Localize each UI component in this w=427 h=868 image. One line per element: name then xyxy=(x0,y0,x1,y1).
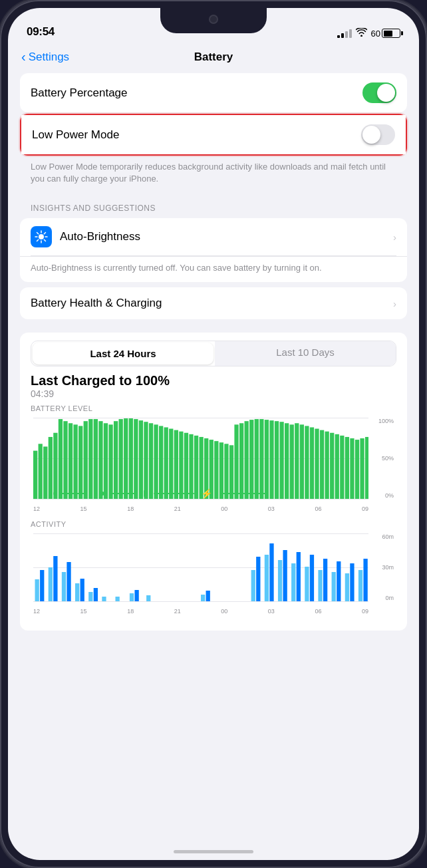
svg-rect-16 xyxy=(69,423,72,499)
toggle-thumb-low-power xyxy=(362,126,380,144)
act-y-30: 30m xyxy=(382,564,394,571)
charts-wrapper: Last 24 Hours Last 10 Days Last Charged … xyxy=(20,333,407,631)
svg-rect-107 xyxy=(345,573,349,601)
insights-header: INSIGHTS AND SUGGESTIONS xyxy=(20,193,407,218)
svg-rect-99 xyxy=(291,563,295,601)
dynamic-island xyxy=(160,8,267,33)
svg-rect-28 xyxy=(129,418,133,499)
wifi-icon xyxy=(356,28,367,39)
svg-rect-63 xyxy=(305,426,309,499)
content-area[interactable]: ‹ Settings Battery Battery Percentage xyxy=(8,44,419,860)
svg-rect-59 xyxy=(285,423,289,499)
x-label-09: 09 xyxy=(362,506,368,512)
x-label-12: 12 xyxy=(33,506,40,512)
auto-brightness-card: Auto-Brightness › Auto-Brightness is cur… xyxy=(20,218,407,282)
battery-health-label: Battery Health & Charging xyxy=(31,297,162,310)
page-title: Battery xyxy=(194,51,233,64)
x-label-15: 15 xyxy=(80,506,87,512)
svg-rect-89 xyxy=(134,590,138,601)
x-label-18: 18 xyxy=(127,506,134,512)
svg-line-5 xyxy=(37,233,39,234)
x-label-03: 03 xyxy=(268,506,275,512)
svg-rect-67 xyxy=(325,432,329,499)
signal-icon xyxy=(337,29,352,38)
svg-rect-94 xyxy=(256,557,260,601)
y-label-50: 50% xyxy=(382,455,394,462)
act-y-0: 0m xyxy=(385,595,394,601)
svg-rect-86 xyxy=(102,597,106,601)
svg-rect-51 xyxy=(245,421,249,499)
status-icons: 60 xyxy=(337,28,400,39)
svg-rect-62 xyxy=(300,424,304,499)
act-x-09: 09 xyxy=(362,608,368,615)
svg-rect-93 xyxy=(251,570,255,601)
svg-rect-57 xyxy=(275,421,279,499)
x-label-00: 00 xyxy=(221,506,227,512)
svg-rect-109 xyxy=(358,570,362,601)
svg-rect-110 xyxy=(363,559,367,601)
activity-chart-section: ACTIVITY 60m 30m xyxy=(31,520,396,617)
act-x-03: 03 xyxy=(268,608,275,615)
x-label-21: 21 xyxy=(174,506,181,512)
battery-bars-svg xyxy=(33,418,368,499)
svg-rect-64 xyxy=(310,428,314,500)
svg-rect-87 xyxy=(115,597,119,601)
low-power-mode-row: Low Power Mode xyxy=(21,115,406,154)
settings-content: Battery Percentage Low Power Mode xyxy=(8,73,419,657)
svg-rect-26 xyxy=(119,419,123,499)
act-x-12: 12 xyxy=(33,608,40,615)
svg-rect-104 xyxy=(323,559,327,601)
svg-rect-85 xyxy=(94,588,98,601)
battery-health-card: Battery Health & Charging › xyxy=(20,287,407,319)
svg-rect-34 xyxy=(159,426,163,499)
svg-rect-29 xyxy=(134,419,138,499)
svg-rect-77 xyxy=(40,570,44,601)
tab-last-24-hours[interactable]: Last 24 Hours xyxy=(33,343,214,364)
svg-rect-50 xyxy=(239,423,243,499)
low-power-mode-toggle[interactable] xyxy=(361,124,395,145)
tab-last-10-days[interactable]: Last 10 Days xyxy=(215,341,396,366)
svg-rect-66 xyxy=(320,430,324,499)
battery-health-row[interactable]: Battery Health & Charging › xyxy=(20,287,407,319)
svg-rect-18 xyxy=(78,426,82,499)
battery-level-chart-section: BATTERY LEVEL 100% 50% xyxy=(31,404,396,515)
svg-point-0 xyxy=(39,234,44,239)
svg-rect-84 xyxy=(88,592,92,601)
back-label: Settings xyxy=(29,51,69,64)
svg-rect-36 xyxy=(169,429,173,499)
svg-rect-76 xyxy=(35,579,39,601)
svg-rect-79 xyxy=(53,556,57,601)
phone-screen: 09:54 60 xyxy=(8,8,419,860)
svg-rect-83 xyxy=(80,579,84,601)
time-selector: Last 24 Hours Last 10 Days xyxy=(31,341,396,366)
svg-rect-25 xyxy=(114,421,118,499)
svg-rect-102 xyxy=(310,555,314,601)
battery-percentage-toggle[interactable] xyxy=(362,82,396,103)
svg-rect-88 xyxy=(130,593,134,601)
svg-rect-30 xyxy=(139,420,143,499)
svg-line-6 xyxy=(44,240,45,241)
svg-rect-91 xyxy=(201,595,205,601)
svg-rect-92 xyxy=(206,591,210,601)
svg-rect-81 xyxy=(67,562,71,601)
battery-percent-text: 60 xyxy=(371,29,380,39)
svg-rect-65 xyxy=(315,429,319,499)
auto-brightness-row[interactable]: Auto-Brightness › xyxy=(20,218,407,255)
battery-level-label: BATTERY LEVEL xyxy=(31,404,396,412)
svg-rect-90 xyxy=(146,595,150,601)
act-x-21: 21 xyxy=(174,608,181,615)
act-x-18: 18 xyxy=(127,608,134,615)
svg-rect-33 xyxy=(154,424,158,499)
svg-rect-105 xyxy=(332,572,336,601)
auto-brightness-chevron-icon: › xyxy=(393,231,396,243)
low-power-mode-label: Low Power Mode xyxy=(32,128,119,142)
svg-rect-24 xyxy=(108,424,112,499)
svg-rect-108 xyxy=(350,563,354,601)
back-button[interactable]: ‹ Settings xyxy=(21,50,69,65)
y-label-0: 0% xyxy=(385,492,394,499)
svg-rect-15 xyxy=(63,421,67,499)
auto-brightness-label: Auto-Brightness xyxy=(60,230,385,243)
activity-chart: 60m 30m 0m xyxy=(31,531,396,617)
camera-dot xyxy=(209,15,218,24)
svg-rect-23 xyxy=(104,423,108,499)
